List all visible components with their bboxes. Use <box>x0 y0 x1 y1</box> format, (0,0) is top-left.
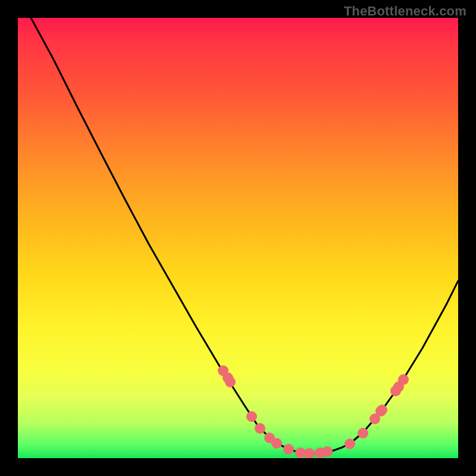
curve-marker <box>358 428 368 439</box>
curve-marker <box>255 423 265 434</box>
curve-marker <box>322 446 333 457</box>
curve-marker <box>271 438 282 449</box>
curve-marker <box>304 448 315 458</box>
chart-frame: TheBottleneck.com <box>0 0 476 476</box>
curve-marker <box>345 439 355 449</box>
watermark-text: TheBottleneck.com <box>344 4 466 19</box>
curve-marker <box>377 405 387 415</box>
curve-marker <box>246 411 257 422</box>
curve-markers <box>218 365 409 458</box>
curve-marker <box>283 444 294 455</box>
curve-marker <box>398 374 409 385</box>
curve-marker <box>225 377 236 387</box>
plot-area <box>18 18 458 458</box>
bottleneck-curve-svg <box>18 18 458 458</box>
